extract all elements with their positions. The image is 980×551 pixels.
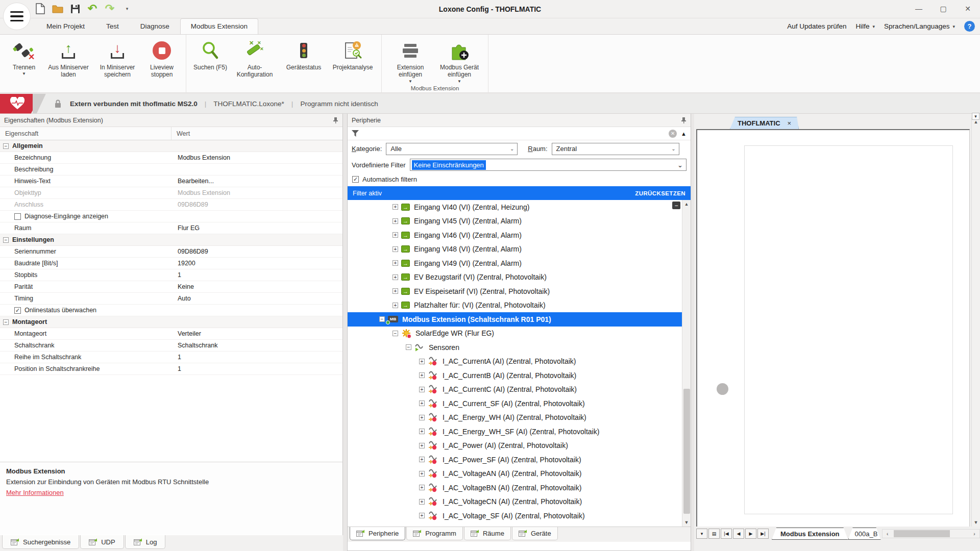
canvas-node-dot[interactable]: [717, 383, 728, 395]
tree-item[interactable]: +I_AC_VoltageAN (AI) (Zentral, Photovolt…: [348, 467, 682, 481]
tree-item[interactable]: +→Eingang VI40 (VI) (Zentral, Heizung): [348, 200, 682, 214]
scroll-down-icon[interactable]: ▼: [972, 518, 980, 527]
minimize-button[interactable]: —: [906, 0, 931, 17]
collapse-icon[interactable]: −: [3, 143, 9, 149]
tree-item[interactable]: +→Eingang VI48 (VI) (Zentral, Alarm): [348, 242, 682, 257]
tree-scrollbar[interactable]: ▲ ▼: [682, 200, 691, 527]
property-row[interactable]: ObjekttypModbus Extension: [0, 187, 342, 199]
tree-item[interactable]: +I_AC_Power (AI) (Zentral, Photovoltaik): [348, 439, 682, 453]
menu-item-hilfe[interactable]: Hilfe▾: [856, 22, 875, 30]
property-row[interactable]: MontageortVerteiler: [0, 328, 342, 340]
tree-item[interactable]: +→EV Bezugstarif (VI) (Zentral, Photovol…: [348, 270, 682, 285]
property-value[interactable]: Modbus Extension: [172, 189, 230, 196]
property-row[interactable]: Reihe im Schaltschrank1: [0, 352, 342, 363]
tree-item[interactable]: +I_AC_Current_SF (AI) (Zentral, Photovol…: [348, 396, 682, 411]
more-information-link[interactable]: Mehr Informationen: [6, 489, 64, 496]
property-value[interactable]: 1: [172, 271, 181, 279]
pin-icon[interactable]: [681, 117, 687, 123]
collapse-icon[interactable]: −: [3, 237, 9, 243]
scrollbar-thumb[interactable]: [894, 530, 950, 537]
property-row[interactable]: ✓Onlinestatus überwachen: [0, 305, 342, 316]
tree-item[interactable]: +I_AC_CurrentB (AI) (Zentral, Photovolta…: [348, 368, 682, 383]
aus-miniserver-laden-button[interactable]: ↑Aus Miniserver laden: [44, 38, 93, 80]
property-row[interactable]: Stopbits1: [0, 269, 342, 281]
tree-item[interactable]: +I_AC_Voltage_SF (AI) (Zentral, Photovol…: [348, 509, 682, 523]
menu-tab-test[interactable]: Test: [95, 18, 130, 34]
property-value[interactable]: Verteiler: [172, 330, 201, 337]
kategorie-select[interactable]: Alle⌄: [386, 143, 518, 155]
gerätestatus-button[interactable]: Gerätestatus: [279, 38, 328, 72]
property-row[interactable]: Position in Schaltschrankreihe1: [0, 363, 342, 375]
property-row[interactable]: Beschreibung: [0, 164, 342, 176]
expand-icon[interactable]: +: [393, 274, 398, 280]
property-value[interactable]: 1: [172, 365, 181, 372]
expand-icon[interactable]: +: [419, 513, 425, 518]
tree-item[interactable]: +I_AC_CurrentC (AI) (Zentral, Photovolta…: [348, 383, 682, 397]
property-row[interactable]: Diagnose-Eingänge anzeigen: [0, 211, 342, 222]
tab-list-button[interactable]: ▤: [708, 529, 720, 539]
filter-funnel-icon[interactable]: [352, 130, 359, 137]
property-value[interactable]: Bearbeiten...: [172, 178, 214, 185]
scroll-up-icon[interactable]: ▲: [682, 200, 691, 208]
tree-item[interactable]: +→Eingang VI49 (VI) (Zentral, Alarm): [348, 256, 682, 270]
page-tab-000a_b[interactable]: 000a_B: [848, 528, 881, 540]
vordefinierte-filter-combo[interactable]: Keine Einschränkungen⌄: [410, 159, 687, 171]
property-row[interactable]: Anschluss09D86D89: [0, 199, 342, 211]
menu-tab-modbus-extension[interactable]: Modbus Extension: [180, 18, 258, 34]
scroll-right-icon[interactable]: ›: [969, 530, 979, 538]
autofilter-checkbox[interactable]: ✓: [352, 176, 359, 183]
scroll-left-icon[interactable]: ‹: [883, 530, 893, 538]
help-icon[interactable]: ?: [964, 21, 975, 32]
tree-item[interactable]: +I_AC_Energy_WH_SF (AI) (Zentral, Photov…: [348, 424, 682, 439]
tree-item[interactable]: +I_AC_CurrentA (AI) (Zentral, Photovolta…: [348, 355, 682, 369]
maximize-button[interactable]: ▢: [931, 0, 955, 17]
tree-item[interactable]: +→Platzhalter für: (VI) (Zentral, Photov…: [348, 298, 682, 313]
property-group-row[interactable]: −Allgemein: [0, 140, 342, 152]
modbus-gerät-einfügen-button[interactable]: Modbus Gerät einfügen▼: [435, 38, 484, 85]
property-row[interactable]: Baudrate [Bit/s]19200: [0, 258, 342, 269]
clear-filter-icon[interactable]: ✕: [669, 130, 677, 138]
property-row[interactable]: TimingAuto: [0, 293, 342, 305]
scroll-down-icon[interactable]: ▼: [682, 518, 691, 527]
tree-item[interactable]: −SolarEdge WR (Flur EG): [348, 327, 682, 341]
property-row[interactable]: Hinweis-TextBearbeiten...: [0, 176, 342, 187]
pin-icon[interactable]: [333, 117, 338, 123]
expand-icon[interactable]: +: [419, 471, 425, 477]
collapse-icon[interactable]: −: [393, 331, 398, 336]
property-group-row[interactable]: −Einstellungen: [0, 234, 342, 246]
trennen-button[interactable]: ✕Trennen▼: [4, 38, 44, 77]
prev-page-button[interactable]: ◀: [733, 529, 744, 539]
collapse-icon[interactable]: −: [406, 344, 411, 350]
property-value[interactable]: Schaltschrank: [172, 342, 218, 349]
property-value[interactable]: Modbus Extension: [172, 154, 230, 161]
column-wert[interactable]: Wert: [172, 130, 190, 137]
expand-icon[interactable]: +: [419, 443, 425, 448]
panel-tab-raeume[interactable]: Räume: [464, 527, 511, 540]
collapse-all-button[interactable]: −: [672, 202, 680, 209]
menu-tab-diagnose[interactable]: Diagnose: [130, 18, 180, 34]
property-group-row[interactable]: −Montageort: [0, 316, 342, 328]
close-tab-icon[interactable]: ×: [788, 119, 792, 127]
collapse-icon[interactable]: −: [379, 316, 385, 322]
expand-icon[interactable]: +: [419, 400, 425, 406]
scrollbar-thumb[interactable]: [683, 389, 690, 514]
property-row[interactable]: ParitätKeine: [0, 281, 342, 293]
menu-item-auf-updates-prüfen[interactable]: Auf Updates prüfen: [787, 22, 846, 30]
suchen-f5--button[interactable]: Suchen (F5): [190, 38, 230, 72]
tree-item[interactable]: +→EV Eispeisetarif (VI) (Zentral, Photov…: [348, 284, 682, 298]
checked-checkbox[interactable]: ✓: [14, 307, 21, 314]
liveview-stoppen-button[interactable]: Liveview stoppen: [142, 38, 182, 80]
output-tab-log[interactable]: Log: [125, 535, 166, 549]
tree-item[interactable]: +I_AC_Energy_WH (AI) (Zentral, Photovolt…: [348, 411, 682, 425]
page-tab-modbus-extension[interactable]: Modbus Extension: [772, 528, 848, 540]
expand-icon[interactable]: +: [419, 429, 425, 434]
expand-icon[interactable]: +: [419, 359, 425, 364]
last-page-button[interactable]: ▶|: [757, 529, 769, 539]
expand-icon[interactable]: +: [419, 499, 425, 505]
property-value[interactable]: 19200: [172, 260, 195, 267]
raum-select[interactable]: Zentral⌄: [552, 143, 679, 155]
tree-item[interactable]: +I_AC_Power_SF (AI) (Zentral, Photovolta…: [348, 453, 682, 467]
projektanalyse-button[interactable]: Projektanalyse: [328, 38, 377, 72]
collapse-icon[interactable]: −: [3, 319, 9, 325]
auto-konfiguration-button[interactable]: ✕✕✕Auto-Konfiguration: [230, 38, 279, 80]
